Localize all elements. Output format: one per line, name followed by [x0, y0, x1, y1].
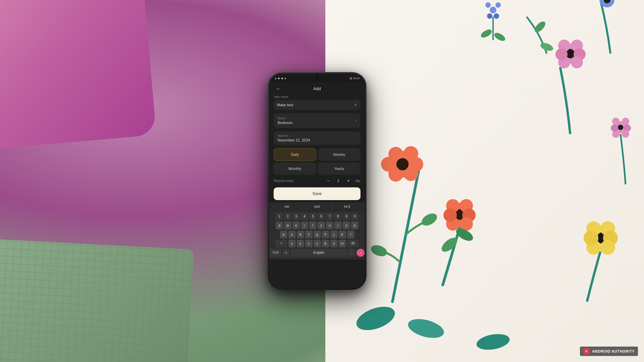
key-shift[interactable]: ⇧: [275, 240, 287, 247]
key-o[interactable]: o: [343, 222, 350, 229]
key-r[interactable]: r: [301, 222, 308, 229]
svg-point-36: [600, 240, 615, 255]
monthly-button[interactable]: Monthly: [274, 163, 316, 175]
repeat-control: − 1 + day: [325, 178, 361, 183]
watermark-text: Android Authority: [592, 349, 635, 353]
key-5[interactable]: 5: [309, 213, 317, 220]
key-2[interactable]: 2: [284, 213, 291, 220]
pink-pillow: [0, 0, 156, 149]
repeat-every-row: Repeat every − 1 + day: [269, 176, 365, 185]
flowers-decoration: [325, 0, 644, 362]
svg-point-58: [406, 316, 446, 342]
key-4[interactable]: 4: [301, 213, 308, 220]
key-n[interactable]: n: [330, 240, 337, 247]
key-f[interactable]: f: [305, 231, 312, 238]
key-7[interactable]: 7: [326, 213, 333, 220]
date-section: Start on November 21, 2024: [269, 129, 365, 147]
svg-point-0: [420, 211, 439, 228]
keyboard: 1 2 3 4 5 6 7 8 9 0 q w: [269, 211, 365, 259]
key-q[interactable]: q: [276, 222, 283, 229]
key-e[interactable]: e: [292, 222, 300, 229]
keyboard-suggestions: her bed he'd: [269, 202, 365, 211]
status-left-icons: ▲ ◆ ◀ ▲: [274, 77, 287, 80]
clear-button[interactable]: ✕: [354, 103, 357, 107]
key-1[interactable]: 1: [276, 213, 283, 220]
svg-point-1: [369, 243, 388, 258]
watermark-logo: A: [583, 348, 589, 354]
key-p[interactable]: p: [351, 222, 359, 229]
suggestion-bed[interactable]: bed: [302, 204, 332, 209]
keyboard-row-asdf: a s d f g h j k l: [270, 231, 365, 238]
svg-point-18: [443, 208, 457, 222]
weekly-button[interactable]: Weekly: [318, 148, 361, 161]
svg-point-41: [490, 7, 496, 13]
svg-point-28: [555, 48, 568, 60]
svg-point-44: [487, 13, 492, 19]
camera-notch: [315, 76, 319, 79]
key-h[interactable]: h: [322, 231, 329, 238]
green-pillow: [0, 239, 194, 362]
key-backspace[interactable]: ⌫: [347, 240, 359, 247]
svg-point-57: [353, 302, 398, 335]
key-3[interactable]: 3: [292, 213, 300, 220]
keyboard-row-zxcv: ⇧ z x c v b n m ⌫: [270, 240, 365, 247]
svg-point-59: [475, 332, 511, 352]
suggestion-hed[interactable]: he'd: [332, 204, 362, 209]
start-on-label: Start on: [278, 134, 357, 137]
key-v[interactable]: v: [313, 240, 321, 247]
key-t[interactable]: t: [309, 222, 317, 229]
key-period[interactable]: .: [348, 249, 356, 257]
key-0[interactable]: 0: [351, 213, 359, 220]
key-z[interactable]: z: [288, 240, 296, 247]
save-button[interactable]: Save: [274, 187, 361, 200]
svg-point-39: [533, 20, 547, 34]
date-field[interactable]: Start on November 21, 2024: [274, 131, 361, 145]
svg-point-52: [622, 118, 629, 125]
phone-outer-shell: ▲ ◆ ◀ ▲ ▥ 09:32 ← Add Task name: [268, 72, 367, 290]
key-s[interactable]: s: [288, 231, 296, 238]
key-emoji[interactable]: ☺: [282, 249, 290, 257]
svg-point-42: [495, 2, 501, 8]
daily-button[interactable]: Daily: [274, 148, 316, 161]
key-d[interactable]: d: [297, 231, 304, 238]
phone-device: ▲ ◆ ◀ ▲ ▥ 09:32 ← Add Task name: [268, 72, 367, 290]
key-m[interactable]: m: [338, 240, 346, 247]
svg-point-56: [611, 124, 618, 132]
yearly-button[interactable]: Yearly: [318, 163, 361, 175]
svg-point-38: [584, 231, 598, 245]
phone-screen: ▲ ◆ ◀ ▲ ▥ 09:32 ← Add Task name: [269, 73, 365, 289]
room-section: Room Bedroom ›: [269, 112, 365, 129]
key-b[interactable]: b: [322, 240, 329, 247]
key-l[interactable]: l: [347, 231, 354, 238]
svg-point-43: [485, 2, 491, 8]
key-g[interactable]: g: [313, 231, 321, 238]
back-button[interactable]: ←: [274, 85, 282, 93]
keyboard-row-bottom: ?123 ☺ English . ✓: [270, 249, 365, 257]
suggestion-her[interactable]: her: [272, 204, 302, 209]
key-i[interactable]: i: [334, 222, 342, 229]
key-y[interactable]: y: [318, 222, 325, 229]
key-enter[interactable]: ✓: [357, 249, 365, 257]
key-space[interactable]: English: [291, 249, 347, 257]
repeat-value: 1: [335, 179, 342, 183]
floral-background: [325, 0, 644, 362]
key-a[interactable]: a: [280, 231, 287, 238]
svg-point-26: [571, 56, 583, 68]
svg-point-10: [396, 158, 409, 170]
key-x[interactable]: x: [297, 240, 304, 247]
key-j[interactable]: j: [330, 231, 337, 238]
status-bar: ▲ ◆ ◀ ▲ ▥ 09:32: [269, 73, 365, 83]
key-8[interactable]: 8: [334, 213, 342, 220]
plus-button[interactable]: +: [345, 178, 352, 183]
key-9[interactable]: 9: [343, 213, 350, 220]
key-symbols[interactable]: ?123: [270, 249, 281, 257]
room-field[interactable]: Room Bedroom ›: [274, 113, 361, 128]
key-c[interactable]: c: [305, 240, 312, 247]
keyboard-row-qwerty: q w e r t y u i o p: [270, 222, 365, 229]
key-k[interactable]: k: [338, 231, 346, 238]
key-6[interactable]: 6: [318, 213, 325, 220]
minus-button[interactable]: −: [325, 178, 332, 183]
key-u[interactable]: u: [326, 222, 333, 229]
key-w[interactable]: w: [284, 222, 291, 229]
task-name-field[interactable]: Make bed ✕: [274, 100, 361, 110]
